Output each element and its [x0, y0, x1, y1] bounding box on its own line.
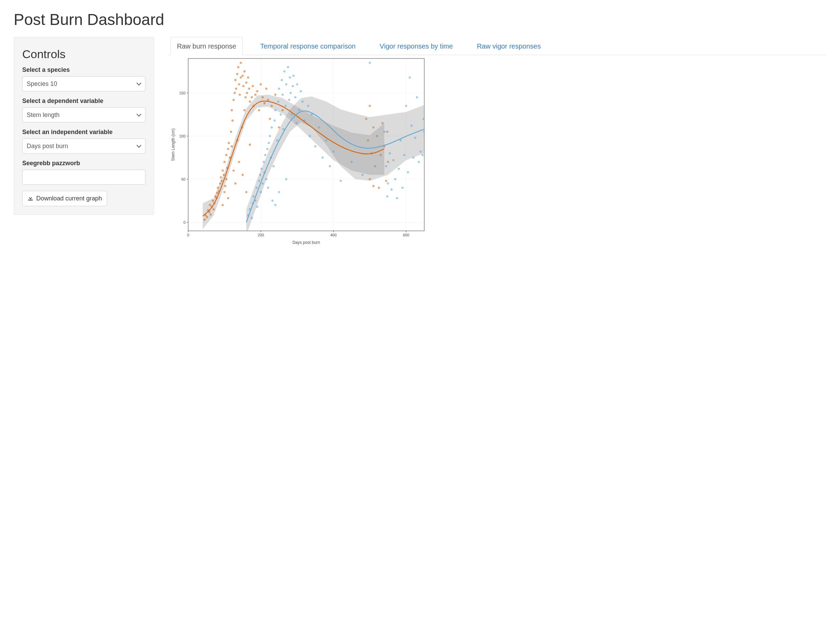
indvar-select[interactable]: Days post burn: [22, 139, 145, 153]
species-select[interactable]: Species 10: [22, 76, 145, 91]
svg-point-12: [206, 216, 208, 218]
svg-point-186: [405, 104, 407, 107]
svg-point-171: [361, 174, 363, 176]
svg-point-73: [249, 144, 251, 146]
svg-point-68: [245, 191, 247, 193]
svg-point-151: [292, 85, 294, 87]
svg-point-45: [231, 119, 233, 121]
page-title: Post Burn Dashboard: [14, 10, 826, 29]
svg-point-134: [276, 139, 278, 141]
svg-point-72: [249, 101, 251, 103]
svg-point-181: [396, 197, 398, 199]
svg-point-156: [298, 109, 300, 111]
svg-point-28: [221, 180, 222, 182]
tab-1[interactable]: Temporal response comparison: [253, 37, 362, 55]
svg-point-169: [340, 180, 342, 182]
svg-point-10: [204, 219, 206, 220]
svg-point-44: [230, 109, 233, 111]
indvar-label: Select an independent variable: [22, 129, 145, 136]
svg-point-157: [300, 90, 302, 92]
svg-point-65: [243, 109, 245, 111]
svg-point-160: [307, 104, 309, 107]
svg-point-152: [293, 75, 294, 77]
svg-point-87: [275, 94, 276, 96]
svg-point-168: [332, 150, 334, 153]
controls-panel: Controls Select a species Species 10 Sel…: [14, 37, 154, 215]
svg-text:200: 200: [258, 233, 264, 237]
svg-point-16: [210, 214, 212, 215]
svg-point-43: [230, 145, 233, 147]
svg-point-35: [225, 154, 227, 156]
password-input[interactable]: [22, 170, 145, 185]
svg-point-49: [234, 79, 237, 81]
svg-point-15: [209, 204, 211, 206]
svg-point-33: [224, 191, 226, 193]
svg-point-174: [385, 165, 387, 167]
tab-2[interactable]: Vigor responses by time: [373, 37, 459, 55]
svg-point-99: [378, 187, 380, 189]
svg-point-190: [412, 157, 414, 159]
svg-point-141: [282, 128, 284, 130]
svg-point-96: [372, 185, 374, 187]
tab-0[interactable]: Raw burn response: [170, 37, 243, 55]
svg-point-80: [260, 83, 262, 85]
svg-point-173: [383, 131, 385, 133]
svg-point-179: [392, 159, 394, 161]
download-button[interactable]: Download current graph: [22, 191, 107, 206]
svg-point-52: [236, 73, 238, 75]
svg-point-85: [269, 118, 271, 120]
svg-point-192: [416, 96, 418, 98]
svg-text:600: 600: [403, 233, 409, 237]
depvar-select[interactable]: Stem length: [22, 108, 145, 122]
depvar-label: Select a dependent variable: [22, 98, 145, 104]
svg-point-146: [287, 66, 289, 68]
svg-point-124: [267, 187, 269, 189]
svg-text:50: 50: [181, 177, 185, 181]
svg-point-144: [285, 83, 287, 85]
svg-point-115: [259, 174, 261, 176]
svg-point-31: [223, 174, 225, 176]
svg-point-116: [260, 191, 262, 193]
svg-point-148: [289, 76, 291, 78]
svg-point-132: [275, 109, 276, 111]
svg-point-39: [227, 197, 229, 199]
svg-point-158: [301, 101, 304, 103]
svg-point-57: [239, 94, 241, 96]
svg-point-154: [295, 122, 297, 124]
svg-point-119: [263, 161, 265, 163]
svg-point-195: [421, 154, 423, 156]
svg-point-82: [263, 102, 266, 104]
svg-text:Stem Length (cm): Stem Length (cm): [171, 128, 175, 161]
svg-point-162: [311, 114, 313, 116]
svg-point-66: [245, 96, 247, 98]
svg-point-110: [253, 195, 255, 197]
svg-point-79: [258, 109, 260, 111]
svg-point-161: [309, 135, 311, 137]
svg-point-62: [242, 174, 244, 176]
svg-point-184: [401, 187, 404, 189]
svg-point-122: [265, 178, 267, 180]
svg-point-125: [268, 142, 270, 144]
svg-point-135: [277, 101, 279, 103]
svg-point-47: [232, 169, 234, 171]
svg-point-74: [251, 96, 253, 98]
svg-point-51: [235, 88, 237, 90]
svg-point-77: [254, 94, 256, 96]
svg-point-145: [285, 178, 287, 180]
svg-point-23: [216, 192, 218, 194]
tab-3[interactable]: Raw vigor responses: [471, 37, 547, 55]
svg-point-46: [232, 99, 234, 101]
svg-point-178: [391, 188, 392, 191]
svg-point-71: [248, 88, 250, 90]
svg-point-155: [296, 83, 298, 85]
svg-point-129: [271, 200, 273, 202]
svg-point-83: [265, 88, 267, 90]
svg-point-189: [410, 124, 413, 127]
svg-point-137: [278, 191, 280, 193]
svg-point-176: [387, 182, 389, 184]
svg-point-34: [224, 185, 226, 187]
svg-text:Days post burn: Days post burn: [293, 240, 320, 245]
svg-point-139: [281, 79, 283, 81]
tab-bar: Raw burn responseTemporal response compa…: [168, 37, 826, 55]
species-label: Select a species: [22, 66, 145, 73]
